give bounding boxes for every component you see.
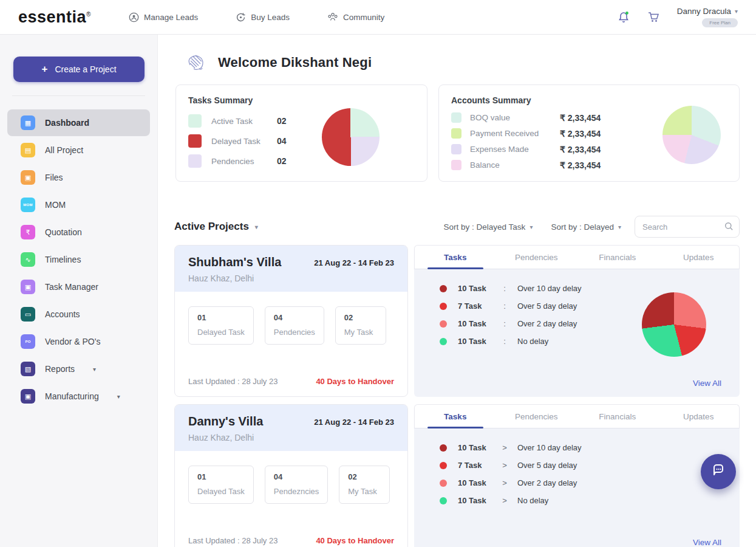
project-detail-panel: Tasks Pendencies Financials Updates 10 T… [414, 245, 740, 397]
chevron-down-icon: ▾ [93, 366, 96, 373]
brand-logo: essentia® [18, 8, 91, 27]
project-location: Hauz Khaz, Delhi [188, 433, 394, 442]
create-project-button[interactable]: + Create a Project [13, 57, 145, 82]
tab-tasks[interactable]: Tasks [415, 405, 496, 428]
sort-by-delayed-task-dropdown[interactable]: Sort by : Delayed Task ▾ [444, 222, 533, 232]
sidebar-item-files[interactable]: ▣ Files [7, 164, 150, 191]
notifications-bell-icon[interactable] [616, 10, 631, 24]
sidebar-item-quotation[interactable]: ₹ Quotation [7, 219, 150, 246]
status-dot [440, 462, 447, 469]
project-tabs: Tasks Pendencies Financials Updates [414, 404, 740, 428]
tab-updates[interactable]: Updates [658, 405, 740, 428]
user-menu[interactable]: Danny Dracula ▾ Free Plan [677, 7, 738, 27]
view-all-link[interactable]: View All [693, 379, 721, 388]
active-projects-dropdown[interactable]: Active Projects ▾ [174, 221, 258, 233]
sidebar-item-vendor-pos[interactable]: PO Vendor & PO's [7, 328, 150, 355]
project-card-dannys-villa: Danny's Villa 21 Aug 22 - 14 Feb 23 Hauz… [174, 404, 408, 547]
project-row: Danny's Villa 21 Aug 22 - 14 Feb 23 Hauz… [174, 404, 740, 547]
accounts-icon: ▭ [21, 307, 35, 322]
status-dot [440, 497, 447, 504]
legend-row: Delayed Task 04 [188, 134, 415, 148]
tab-financials[interactable]: Financials [577, 246, 658, 269]
cart-icon[interactable] [647, 10, 661, 24]
last-updated-text: Last Updated : 28 July 23 [188, 536, 278, 545]
buy-leads-icon [236, 12, 246, 22]
sidebar-item-mom[interactable]: MOM MOM [7, 191, 150, 218]
tab-pendencies[interactable]: Pendencies [496, 246, 577, 269]
status-dot [440, 320, 447, 328]
stat-delayed-task: 01 Delayed Task [188, 466, 254, 504]
project-tabs: Tasks Pendencies Financials Updates [414, 245, 740, 269]
handover-countdown: 40 Days to Handover [316, 377, 394, 386]
task-manager-icon: ▣ [21, 280, 35, 294]
task-delay-row: 10 Task > Over 10 day delay [440, 443, 721, 452]
chevron-down-icon: ▾ [735, 8, 738, 15]
handover-countdown: 40 Days to Handover [316, 536, 394, 545]
top-navigation: Manage Leads Buy Leads Community [129, 12, 384, 22]
page-title: Welcome Dikshant Negi [218, 55, 372, 71]
tab-updates[interactable]: Updates [658, 246, 740, 269]
tasks-summary-card: Tasks Summary Active Task 02 Delayed Tas… [175, 84, 427, 182]
sidebar-item-all-project[interactable]: ▤ All Project [7, 137, 150, 163]
sidebar-item-dashboard[interactable]: ▦ Dashboard [7, 109, 150, 136]
project-dates: 21 Aug 22 - 14 Feb 23 [314, 418, 394, 427]
top-bar: essentia® Manage Leads Buy Leads Communi… [0, 0, 756, 35]
sidebar: + Create a Project ▦ Dashboard ▤ All Pro… [0, 35, 158, 547]
project-tasks-pie-chart [642, 292, 706, 357]
legend-swatch [451, 144, 461, 154]
timelines-icon: ∿ [21, 252, 35, 267]
nav-buy-leads[interactable]: Buy Leads [236, 12, 290, 22]
quotation-icon: ₹ [21, 225, 35, 239]
accounts-summary-pie-chart [662, 106, 721, 164]
sidebar-item-accounts[interactable]: ▭ Accounts [7, 301, 150, 328]
plus-icon: + [41, 63, 47, 75]
vendor-po-icon: PO [21, 334, 35, 349]
status-dot [440, 480, 447, 487]
tab-pendencies[interactable]: Pendencies [496, 405, 577, 428]
stat-pendencies: 04 Pendencies [265, 306, 324, 345]
tab-tasks[interactable]: Tasks [415, 246, 496, 269]
sidebar-item-task-manager[interactable]: ▣ Task Manager [7, 274, 150, 300]
legend-row: Active Task 02 [188, 114, 415, 128]
files-icon: ▣ [21, 170, 35, 185]
sidebar-item-timelines[interactable]: ∿ Timelines [7, 246, 150, 273]
sidebar-divider [12, 95, 145, 96]
accounts-summary-title: Accounts Summary [451, 95, 727, 105]
community-icon [327, 12, 338, 22]
status-dot [440, 303, 447, 310]
task-delay-row: 10 Task : Over 10 day delay [440, 284, 721, 293]
main-content: Welcome Dikshant Negi Tasks Summary Acti… [158, 35, 756, 547]
task-delay-row: 7 Task > Over 5 day delay [440, 461, 721, 470]
user-name: Danny Dracula [677, 7, 731, 16]
sidebar-item-manufacturing[interactable]: ▣ Manufacturing ▾ [7, 383, 150, 410]
nav-label: Community [343, 13, 384, 22]
chat-fab-button[interactable] [701, 454, 736, 489]
nav-manage-leads[interactable]: Manage Leads [129, 12, 198, 22]
nav-label: Manage Leads [144, 13, 198, 22]
task-delay-row: 10 Task > No delay [440, 496, 721, 505]
sort-by-delayed-dropdown[interactable]: Sort by : Delayed ▾ [551, 222, 621, 232]
project-name: Danny's Villa [188, 415, 263, 428]
stat-pendencies: 04 Pendezncies [265, 466, 328, 504]
nav-community[interactable]: Community [327, 12, 384, 22]
view-all-link[interactable]: View All [693, 538, 721, 547]
task-delay-row: 10 Task > Over 2 day delay [440, 478, 721, 487]
dashboard-icon: ▦ [21, 115, 35, 130]
manufacturing-icon: ▣ [21, 389, 35, 404]
tasks-summary-pie-chart [322, 108, 380, 166]
tab-financials[interactable]: Financials [577, 405, 658, 428]
accounts-summary-card: Accounts Summary BOQ value ₹ 2,33,454 Pa… [438, 84, 740, 182]
chevron-down-icon: ▾ [255, 224, 258, 230]
legend-swatch [188, 134, 202, 148]
search-icon [724, 222, 734, 233]
chevron-down-icon: ▾ [117, 393, 120, 400]
reports-icon: ▧ [21, 362, 35, 376]
last-updated-text: Last Updated : 28 July 23 [188, 377, 278, 386]
project-detail-panel: Tasks Pendencies Financials Updates 10 T… [414, 404, 740, 547]
plan-badge: Free Plan [702, 18, 738, 27]
all-project-icon: ▤ [21, 143, 35, 157]
tasks-summary-title: Tasks Summary [188, 95, 415, 105]
status-dot [440, 338, 447, 345]
sidebar-item-reports[interactable]: ▧ Reports ▾ [7, 356, 150, 382]
chevron-down-icon: ▾ [530, 224, 533, 230]
